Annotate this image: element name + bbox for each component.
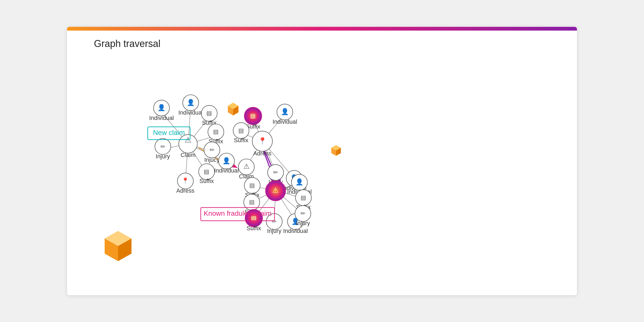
svg-text:▤: ▤ xyxy=(250,112,256,119)
known-fraud-label: Known fradulent claim xyxy=(201,207,275,221)
node-individual-r1: 👤 Individual xyxy=(273,104,297,125)
node-injury2: ✏ Injucy xyxy=(204,142,220,163)
node-claim-bot: ⚠ xyxy=(265,181,286,201)
graph-area: ⚠ Claim 👤 Individual 👤 Individual ▤ Suff… xyxy=(83,51,561,284)
svg-text:👤: 👤 xyxy=(187,99,195,106)
graph-svg: ⚠ Claim 👤 Individual 👤 Individual ▤ Suff… xyxy=(83,51,561,284)
svg-text:📍: 📍 xyxy=(182,177,189,184)
node-suffix-top2: ▤ Suffix xyxy=(233,123,249,144)
page-title: Graph traversal xyxy=(67,31,577,54)
svg-text:▤: ▤ xyxy=(213,128,219,135)
svg-text:Claim: Claim xyxy=(181,152,196,158)
svg-text:Adress: Adress xyxy=(176,187,195,194)
svg-text:Individual: Individual xyxy=(149,115,174,121)
cube-icon-top xyxy=(228,103,239,115)
node-adress1: 📍 Adress xyxy=(176,173,195,194)
node-suffix3: ▤ Suffix xyxy=(199,164,214,184)
node-individual1: 👤 Individual xyxy=(149,100,174,121)
cube-icon-right xyxy=(331,145,341,156)
svg-text:Individual: Individual xyxy=(178,109,203,116)
svg-text:Suffix: Suffix xyxy=(247,225,261,232)
svg-text:New claim: New claim xyxy=(153,129,185,136)
svg-text:Adress: Adress xyxy=(253,150,272,157)
node-suffix1: ▤ Suffix xyxy=(201,105,217,126)
node-suffix2: ▤ Suffix xyxy=(208,124,224,145)
top-gradient-bar xyxy=(67,27,577,31)
svg-text:▤: ▤ xyxy=(204,168,209,175)
svg-text:👤: 👤 xyxy=(158,104,166,111)
svg-text:👤: 👤 xyxy=(295,178,303,186)
svg-text:▤: ▤ xyxy=(249,199,255,205)
node-injury-b2: ✏ Injury xyxy=(295,206,311,226)
svg-text:▤: ▤ xyxy=(301,194,306,201)
svg-text:✏: ✏ xyxy=(273,169,278,176)
svg-text:⚠: ⚠ xyxy=(272,186,279,194)
svg-text:📍: 📍 xyxy=(258,137,267,145)
svg-text:Individual: Individual xyxy=(283,228,308,234)
svg-text:Individual: Individual xyxy=(273,118,297,125)
svg-text:▤: ▤ xyxy=(206,110,212,116)
svg-text:Individual: Individual xyxy=(214,167,239,174)
svg-text:✏: ✏ xyxy=(160,143,166,150)
svg-text:👤: 👤 xyxy=(281,108,289,115)
node-claim-mid: ⚠ Claim xyxy=(239,159,254,180)
svg-text:▤: ▤ xyxy=(238,127,244,134)
node-claim1: ⚠ Claim xyxy=(179,134,197,158)
main-card: Graph traversal xyxy=(67,27,577,295)
svg-text:👤: 👤 xyxy=(222,157,230,164)
svg-text:Suffix: Suffix xyxy=(199,178,214,184)
svg-text:Injury: Injury xyxy=(296,220,310,226)
node-injury1: ✏ Injury xyxy=(155,138,171,160)
svg-text:✏: ✏ xyxy=(301,210,306,217)
node-individual2: 👤 Individual xyxy=(178,95,203,116)
svg-text:Injury: Injury xyxy=(156,153,170,160)
svg-text:Suffix: Suffix xyxy=(234,137,248,144)
svg-text:Known fradulent claim: Known fradulent claim xyxy=(204,210,272,217)
cube-icon-large xyxy=(105,231,131,263)
node-individual3: 👤 Individual xyxy=(214,153,239,174)
svg-text:Injucy: Injucy xyxy=(204,156,219,163)
svg-text:✏: ✏ xyxy=(210,147,215,153)
svg-text:⚠: ⚠ xyxy=(243,163,250,170)
svg-text:▤: ▤ xyxy=(249,182,255,189)
svg-text:Injury: Injury xyxy=(267,228,281,234)
node-adress2: 📍 Adress xyxy=(252,131,272,157)
